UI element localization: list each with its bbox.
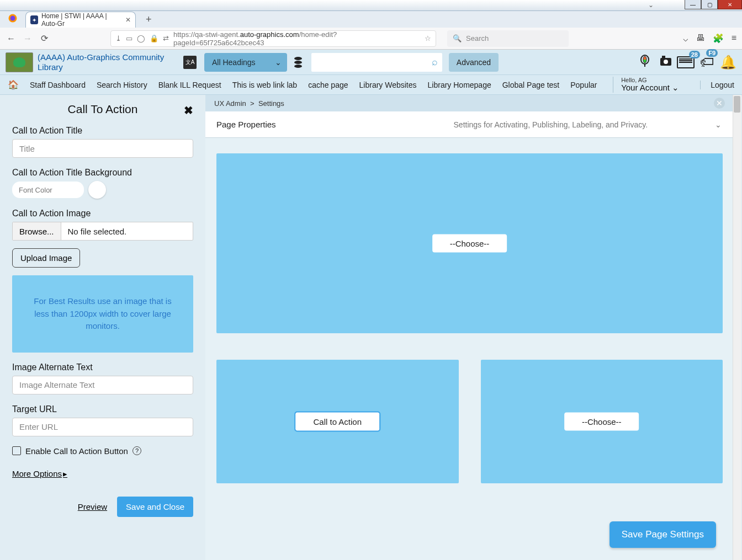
app-header: (AAAA) Auto-Graphics Community Library 文…	[0, 50, 742, 75]
page-properties-title: Page Properties	[216, 120, 276, 129]
bookmark-star-icon[interactable]: ☆	[425, 34, 431, 42]
enable-cta-label: Enable Call to Action Button	[25, 446, 128, 456]
browser-tabbar: ✦ Home | STWI | AAAA | Auto-Gr ✕ +	[0, 11, 742, 28]
notifications-icon[interactable]: 🔔	[720, 55, 736, 70]
camera-icon[interactable]	[659, 55, 672, 70]
search-submit-icon[interactable]: ⌕	[432, 56, 438, 68]
cta-title-input[interactable]	[12, 139, 193, 158]
home-icon[interactable]: 🏠	[8, 79, 19, 90]
search-placeholder: Search	[466, 34, 489, 42]
chevron-down-icon: ⌄	[275, 58, 282, 67]
window-minimize-button[interactable]: —	[685, 0, 701, 9]
alt-text-input[interactable]	[12, 376, 193, 394]
breadcrumb-settings[interactable]: Settings	[258, 99, 284, 108]
browser-tab[interactable]: ✦ Home | STWI | AAAA | Auto-Gr ✕	[25, 12, 136, 28]
save-to-pocket-icon[interactable]: ⌵	[683, 33, 688, 44]
browse-button[interactable]: Browse...	[13, 222, 61, 240]
window-dropdown-icon[interactable]: ⌄	[648, 1, 654, 9]
target-url-input[interactable]	[12, 418, 193, 436]
scrollbar-track[interactable]	[733, 95, 741, 560]
advanced-search-button[interactable]: Advanced	[449, 53, 499, 72]
help-icon[interactable]: ?	[132, 446, 141, 455]
account-dropdown[interactable]: Hello, AG Your Account ⌄	[613, 77, 679, 93]
widget-slot-left[interactable]: Call to Action	[216, 360, 459, 483]
upload-image-button[interactable]: Upload Image	[12, 248, 80, 268]
cta-image-label: Call to Action Image	[12, 209, 193, 218]
new-tab-button[interactable]: +	[141, 12, 156, 28]
widget-chooser[interactable]: --Choose--	[432, 234, 507, 253]
widget-chooser[interactable]: --Choose--	[564, 413, 639, 431]
window-close-button[interactable]: ✕	[718, 0, 742, 9]
main-search-input[interactable]: ⌕	[311, 53, 442, 72]
panel-dismiss-icon[interactable]: ✕	[714, 98, 725, 109]
nav-library-homepage[interactable]: Library Homepage	[428, 81, 491, 89]
print-icon[interactable]: 🖶	[696, 33, 705, 44]
svg-point-4	[294, 65, 302, 68]
svg-point-8	[664, 60, 668, 64]
nav-popular[interactable]: Popular	[570, 81, 597, 89]
nav-back-button[interactable]: ←	[6, 34, 17, 44]
browser-search-field[interactable]: 🔍 Search	[447, 30, 569, 47]
nav-blank-ill[interactable]: Blank ILL Request	[158, 81, 221, 89]
favorites-icon[interactable]: 🏷 F9	[700, 54, 714, 71]
file-input[interactable]: Browse... No file selected.	[12, 222, 193, 241]
nav-library-websites[interactable]: Library Websites	[359, 81, 417, 89]
expand-chevron-icon[interactable]: ⌄	[715, 120, 722, 129]
nav-search-history[interactable]: Search History	[97, 81, 147, 89]
preview-link[interactable]: Preview	[78, 502, 107, 511]
logout-link[interactable]: Logout	[700, 81, 734, 89]
cta-title-label: Call to Action Title	[12, 126, 193, 136]
widget-chooser-cta[interactable]: Call to Action	[295, 412, 380, 431]
toolbar-right-icons: ⌵ 🖶 🧩 ≡	[683, 33, 736, 44]
tab-close-icon[interactable]: ✕	[125, 16, 131, 24]
breadcrumb-ux-admin[interactable]: UX Admin	[214, 99, 246, 108]
search-filter-label: All Headings	[212, 58, 256, 67]
page-canvas: --Choose-- Call to Action --Choose-- Sav…	[205, 138, 733, 560]
search-icon: 🔍	[453, 34, 462, 42]
widget-slot-right[interactable]: --Choose--	[481, 360, 723, 483]
save-and-close-button[interactable]: Save and Close	[117, 497, 193, 517]
panel-close-icon[interactable]: ✖	[184, 104, 193, 117]
scrollbar-thumb[interactable]	[734, 96, 740, 113]
news-icon-wrapper[interactable]: 28	[677, 56, 695, 68]
chevron-down-icon: ⌄	[672, 83, 679, 92]
font-color-input[interactable]	[12, 182, 84, 198]
container-icon[interactable]: ▭	[126, 34, 132, 42]
permissions-icon[interactable]: ⇄	[163, 34, 169, 42]
enable-cta-checkbox[interactable]	[12, 446, 21, 455]
hamburger-menu-icon[interactable]: ≡	[732, 33, 736, 44]
widget-slot-hero[interactable]: --Choose--	[216, 153, 723, 333]
pocket-icon[interactable]: ⤓	[115, 34, 121, 42]
panel-title: Call To Action	[12, 103, 193, 116]
browser-toolbar: ← → ⟳ ⤓ ▭ ◯ 🔒 ⇄ https://qa-stwi-agent.au…	[0, 28, 742, 50]
database-icon[interactable]	[292, 57, 305, 68]
image-tip: For Best Results use an image that is le…	[12, 275, 193, 353]
account-label: Your Account	[621, 83, 670, 92]
window-maximize-button[interactable]: ▢	[701, 0, 718, 9]
library-name[interactable]: (AAAA) Auto-Graphics Community Library	[38, 52, 176, 72]
nav-global-page-test[interactable]: Global Page test	[502, 81, 560, 89]
library-logo[interactable]	[6, 52, 33, 72]
file-status: No file selected.	[61, 227, 134, 236]
nav-web-link-lab[interactable]: This is web link lab	[232, 81, 298, 89]
url-bar[interactable]: ⤓ ▭ ◯ 🔒 ⇄ https://qa-stwi-agent.auto-gra…	[110, 30, 436, 47]
svg-point-1	[10, 16, 15, 21]
save-page-settings-button[interactable]: Save Page Settings	[610, 521, 716, 548]
page-editor: UX Admin > Settings ✕ Page Properties Se…	[205, 95, 733, 560]
page-properties-bar[interactable]: Page Properties Settings for Activating,…	[205, 111, 733, 138]
extensions-icon[interactable]: 🧩	[713, 33, 724, 44]
nav-cache-page[interactable]: cache page	[308, 81, 348, 89]
balloon-icon[interactable]	[638, 55, 651, 70]
language-icon[interactable]: 文A	[183, 56, 197, 69]
shield-icon[interactable]: ◯	[137, 34, 145, 42]
lock-icon[interactable]: 🔒	[150, 34, 158, 42]
color-swatch[interactable]	[88, 181, 106, 199]
nav-reload-button[interactable]: ⟳	[39, 33, 50, 44]
svg-rect-9	[662, 56, 665, 58]
more-options-toggle[interactable]: More Options▸	[12, 469, 67, 479]
nav-staff-dashboard[interactable]: Staff Dashboard	[30, 81, 86, 89]
nav-forward-button: →	[22, 34, 33, 44]
search-filter-dropdown[interactable]: All Headings ⌄	[204, 53, 287, 72]
firefox-logo-icon[interactable]	[8, 13, 18, 23]
os-titlebar: ⌄ — ▢ ✕	[0, 0, 742, 11]
